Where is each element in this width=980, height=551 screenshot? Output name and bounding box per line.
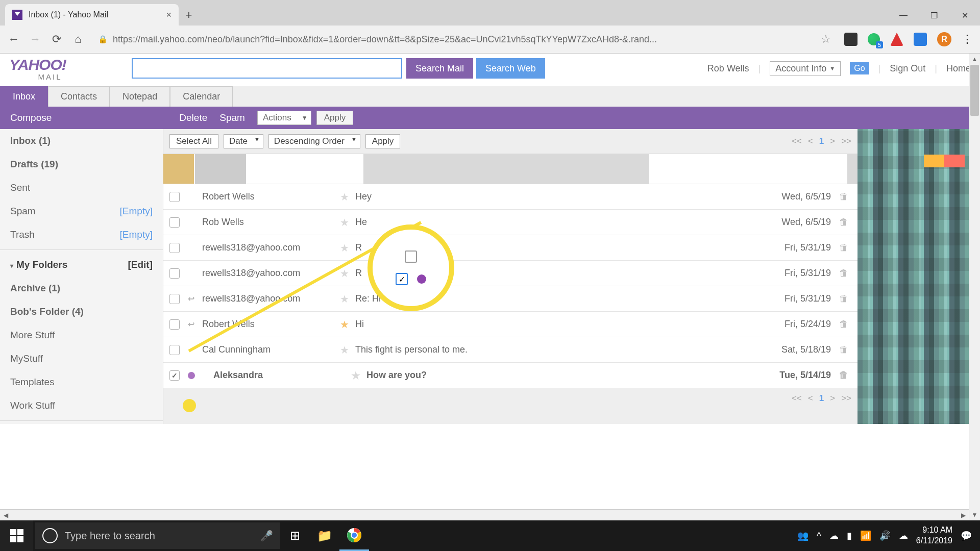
trash-icon[interactable]: 🗑: [836, 293, 851, 304]
row-checkbox[interactable]: [169, 345, 180, 355]
wifi-icon[interactable]: 📶: [860, 530, 871, 541]
tray-chevron-icon[interactable]: ^: [817, 531, 821, 541]
new-tab-button[interactable]: +: [179, 5, 199, 26]
address-bar[interactable]: 🔒 https://mail.yahoo.com/neo/b/launch?fi…: [93, 29, 813, 49]
cortana-search[interactable]: Type here to search 🎤: [35, 522, 280, 549]
star-icon[interactable]: ★: [351, 369, 366, 382]
row-checkbox[interactable]: [169, 243, 180, 253]
pager-last-icon[interactable]: >>: [841, 136, 851, 146]
mail-row[interactable]: Aleksandra★How are you?Tue, 5/14/19🗑: [163, 363, 857, 388]
forward-icon[interactable]: →: [29, 33, 42, 46]
apply-sort-button[interactable]: Apply: [365, 134, 401, 148]
scroll-down-icon[interactable]: ▼: [969, 509, 980, 520]
people-icon[interactable]: 👥: [797, 530, 808, 541]
search-web-button[interactable]: Search Web: [476, 58, 545, 79]
scroll-right-icon[interactable]: ▶: [958, 510, 969, 520]
sidebar-inbox[interactable]: Inbox (1): [0, 129, 163, 153]
sidebar-more-stuff[interactable]: More Stuff: [0, 323, 163, 347]
file-explorer-icon[interactable]: 📁: [310, 520, 339, 551]
browser-tab[interactable]: Inbox (1) - Yahoo Mail ×: [5, 4, 179, 26]
back-icon[interactable]: ←: [7, 33, 20, 46]
mail-row[interactable]: Rob Wells★HeWed, 6/5/19🗑: [163, 210, 857, 235]
empty-trash-link[interactable]: [Empty]: [120, 229, 153, 240]
pager-last-icon[interactable]: >>: [841, 393, 851, 404]
compose-button[interactable]: Compose: [10, 112, 52, 123]
sidebar-bobs-folder[interactable]: Bob's Folder (4): [0, 300, 163, 323]
reload-icon[interactable]: ⟳: [50, 33, 63, 46]
mail-row[interactable]: Cal Cunningham★This fight is personal to…: [163, 337, 857, 363]
tab-inbox[interactable]: Inbox: [0, 86, 48, 107]
pager-next-icon[interactable]: >: [830, 393, 835, 404]
home-icon[interactable]: ⌂: [71, 33, 85, 46]
star-icon[interactable]: ★: [340, 242, 355, 254]
sidebar-templates[interactable]: Templates: [0, 370, 163, 394]
star-icon[interactable]: ★: [340, 267, 355, 280]
sort-order-dropdown[interactable]: Descending Order: [268, 134, 360, 148]
home-link[interactable]: Home: [946, 63, 971, 74]
sidebar-archive[interactable]: Archive (1): [0, 277, 163, 300]
extension-icon-3[interactable]: [890, 33, 903, 46]
vertical-scrollbar[interactable]: ▲ ▼: [969, 54, 980, 520]
go-button[interactable]: Go: [850, 62, 869, 74]
select-all-button[interactable]: Select All: [169, 134, 218, 148]
tab-calendar[interactable]: Calendar: [170, 86, 233, 107]
empty-spam-link[interactable]: [Empty]: [120, 206, 153, 217]
ad-banner[interactable]: [163, 154, 857, 184]
account-info-dropdown[interactable]: Account Info▼: [770, 61, 841, 76]
yahoo-logo[interactable]: YAHOO! MAIL: [9, 56, 91, 81]
extension-icon-1[interactable]: [844, 33, 857, 46]
start-button[interactable]: [0, 520, 33, 551]
sidebar-mystuff[interactable]: MyStuff: [0, 347, 163, 370]
minimize-icon[interactable]: —: [888, 5, 919, 26]
search-mail-button[interactable]: Search Mail: [406, 58, 473, 79]
sidebar-trash[interactable]: Trash[Empty]: [0, 223, 163, 246]
battery-icon[interactable]: ▮: [847, 530, 852, 541]
trash-icon[interactable]: 🗑: [836, 242, 851, 253]
apply-button[interactable]: Apply: [316, 111, 354, 125]
row-checkbox[interactable]: [169, 217, 180, 228]
delete-button[interactable]: Delete: [179, 112, 207, 123]
edit-folders-link[interactable]: [Edit]: [128, 259, 153, 270]
extension-icon-4[interactable]: [914, 33, 927, 46]
cloud-icon[interactable]: ☁: [899, 530, 908, 541]
pager-first-icon[interactable]: <<: [792, 393, 802, 404]
my-folders-heading[interactable]: ▾My Folders[Edit]: [0, 253, 163, 277]
row-checkbox[interactable]: [169, 192, 180, 202]
tab-notepad[interactable]: Notepad: [110, 86, 170, 107]
sort-field-dropdown[interactable]: Date: [224, 134, 263, 148]
user-name[interactable]: Rob Wells: [707, 63, 749, 74]
sidebar-sent[interactable]: Sent: [0, 176, 163, 199]
onedrive-icon[interactable]: ☁: [829, 530, 839, 541]
close-window-icon[interactable]: ✕: [949, 5, 980, 26]
trash-icon[interactable]: 🗑: [836, 268, 851, 279]
spam-button[interactable]: Spam: [219, 112, 245, 123]
pager-prev-icon[interactable]: <: [808, 393, 813, 404]
star-icon[interactable]: ★: [340, 344, 355, 356]
star-icon[interactable]: ★: [340, 318, 355, 331]
trash-icon[interactable]: 🗑: [836, 370, 851, 381]
tab-contacts[interactable]: Contacts: [48, 86, 110, 107]
task-view-icon[interactable]: ⊞: [280, 520, 310, 551]
actions-dropdown[interactable]: Actions: [257, 111, 311, 125]
close-tab-icon[interactable]: ×: [166, 10, 172, 20]
row-checkbox[interactable]: [169, 370, 180, 381]
pager-first-icon[interactable]: <<: [792, 136, 802, 146]
trash-icon[interactable]: 🗑: [836, 191, 851, 202]
mail-row[interactable]: ↩Robert Wells★HiFri, 5/24/19🗑: [163, 312, 857, 337]
star-icon[interactable]: ★: [340, 216, 355, 229]
trash-icon[interactable]: 🗑: [836, 344, 851, 355]
notifications-icon[interactable]: 💬: [961, 530, 972, 541]
trash-icon[interactable]: 🗑: [836, 217, 851, 228]
sign-out-link[interactable]: Sign Out: [890, 63, 925, 74]
chrome-icon[interactable]: [339, 520, 369, 551]
sidebar-spam[interactable]: Spam[Empty]: [0, 199, 163, 223]
system-clock[interactable]: 9:10 AM 6/11/2019: [916, 525, 952, 546]
bookmark-star-icon[interactable]: ☆: [821, 33, 834, 46]
pager-prev-icon[interactable]: <: [808, 136, 813, 146]
row-checkbox[interactable]: [169, 268, 180, 279]
star-icon[interactable]: ★: [340, 191, 355, 203]
sidebar-work-stuff[interactable]: Work Stuff: [0, 394, 163, 417]
scroll-left-icon[interactable]: ◀: [0, 510, 11, 520]
browser-menu-icon[interactable]: ⋮: [962, 33, 973, 46]
volume-icon[interactable]: 🔊: [879, 530, 891, 541]
